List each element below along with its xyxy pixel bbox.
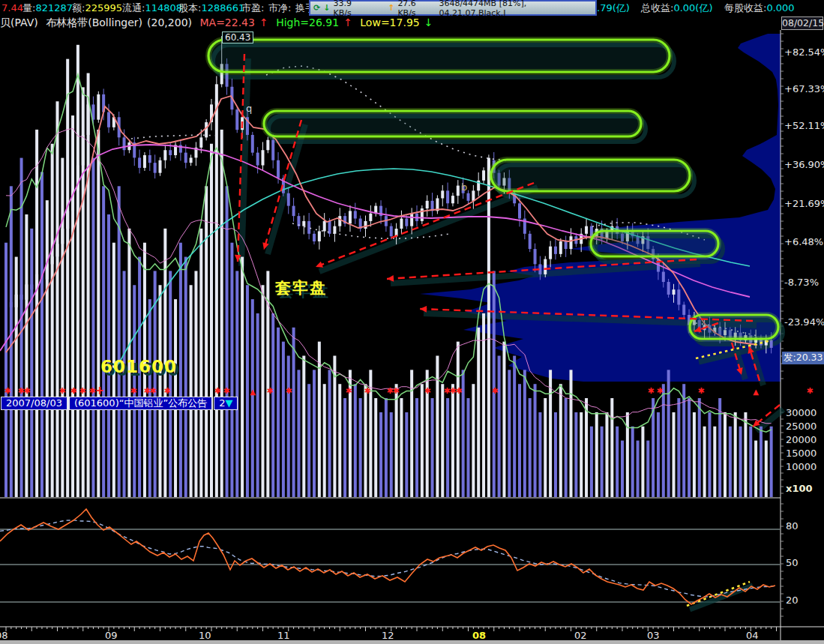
trend-arrow <box>316 183 534 267</box>
event-marker-icon: ✱ <box>23 386 30 396</box>
stock-code-label: 601600 <box>100 357 177 376</box>
month-axis-label: 08 <box>472 630 486 641</box>
month-axis-label: 09 <box>105 630 118 641</box>
volume-axis-label: 20000 <box>786 434 817 445</box>
dropdown-arrow-icon: ▼ <box>225 397 232 409</box>
event-marker-icon: ✱ <box>656 386 663 396</box>
event-marker-icon: ✱ <box>392 386 399 396</box>
price-axis-label: +36.90% <box>784 159 824 170</box>
news-date[interactable]: 2007/08/03 <box>1 397 67 410</box>
issue-price-label: 发:20.33 <box>782 352 824 364</box>
ma-value: MA=22.43 <box>199 16 254 28</box>
upload-speed: 27.6 KB/s <box>397 0 436 18</box>
price-axis-label: +67.33% <box>784 83 824 94</box>
event-marker-icon: ✱ <box>806 386 813 396</box>
download-arrow-icon: ↓ <box>323 3 330 13</box>
oscillator-axis-label: 80 <box>786 520 799 532</box>
event-marker-icon: ✱ <box>455 386 462 396</box>
event-marker-icon: ✱ <box>70 386 76 396</box>
month-axis-label: 02 <box>574 630 587 641</box>
stat-field: 总收益:0.00(亿) <box>641 0 712 16</box>
stat-field: 市净: <box>268 0 291 16</box>
price-axis-label: +52.11% <box>784 120 824 131</box>
trading-app-window: { "top_bar": { "price": "7.44", "fields"… <box>0 0 824 644</box>
price-axis-label: +21.69% <box>784 198 824 209</box>
stat-field: .79(亿) <box>597 0 630 16</box>
event-marker-icon: ✱ <box>345 386 352 396</box>
memory-usage: 3648/4474MB [81%], 04.21.07.Black.I <box>439 0 592 18</box>
stat-field: 量:821287 <box>22 0 73 16</box>
event-marker-icon: ✱ <box>163 386 170 396</box>
month-axis-label: 11 <box>277 630 290 641</box>
event-marker-icon: ✱ <box>266 386 273 396</box>
month-axis-label: 03 <box>647 630 660 641</box>
event-marker-icon: ✱ <box>285 386 292 396</box>
price-axis-label: +6.48% <box>784 236 823 247</box>
volume-axis-label: 10000 <box>786 461 817 472</box>
volume-axis-label: 15000 <box>786 448 817 459</box>
upload-arrow-icon: ↑ <box>388 3 394 13</box>
news-info-bar: 2007/08/03 (601600)“中国铝业”公布公告 2▼ <box>1 397 239 410</box>
stat-field: 市盈: <box>241 0 264 16</box>
volume-axis-label: 25000 <box>786 421 817 432</box>
event-marker-icon: ✱ <box>130 386 136 396</box>
event-marker-icon: ✱ <box>149 386 156 396</box>
oscillator-axis-label: 20 <box>786 595 799 606</box>
stat-field: 额:225995 <box>72 0 122 16</box>
event-marker-icon: ✱ <box>79 386 85 396</box>
event-marker-icon: ▲ <box>250 388 256 396</box>
indicator-name[interactable]: 布林格带(Bollinger) <box>46 16 142 28</box>
news-headline[interactable]: (601600)“中国铝业”公布公告 <box>69 397 212 410</box>
current-date-box: 08/02/15 <box>781 16 823 30</box>
event-marker-icon: ▲ <box>753 388 759 396</box>
month-axis-label: 10 <box>199 630 211 641</box>
chart-canvas[interactable]: ✱✱✱✱✱✱✱✱✱✱✱✱✱✱✱✱✱✱✱✱✱✱✱✱✱✱✱✱+▲▲ <box>0 0 824 644</box>
high-value: High=26.91 <box>276 16 339 28</box>
event-marker-icon: ✱ <box>223 386 229 396</box>
marker-letter-b: b <box>461 181 467 193</box>
marker-letter-q: q <box>246 103 252 114</box>
high-up-arrow-icon: ↑ <box>343 16 352 28</box>
stat-field: 每股收益:0.000 <box>724 0 795 16</box>
price-axis-label: -23.94% <box>784 316 824 328</box>
event-marker-icon: ✱ <box>364 386 370 396</box>
peak-price-label: 60.43 <box>222 31 253 43</box>
ma-up-arrow-icon: ↑ <box>259 16 268 28</box>
low-value: Low=17.95 <box>360 16 419 28</box>
last-price: 7.44 <box>1 0 23 16</box>
indicator-header: 贝(PAV) 布林格带(Bollinger)(20,200) MA=22.43↑… <box>0 16 780 30</box>
news-count-dropdown[interactable]: 2▼ <box>214 397 238 410</box>
trapped-positions-label: 套牢盘 <box>275 277 327 298</box>
event-marker-icon: ✱ <box>424 386 430 396</box>
volume-axis-label: 30000 <box>786 407 817 418</box>
refresh-icon: ⟳ <box>313 3 320 13</box>
event-marker-icon: ✱ <box>58 386 65 396</box>
window-bottom-edge <box>0 640 824 644</box>
event-marker-icon: ✱ <box>4 386 10 396</box>
low-down-arrow-icon: ↓ <box>424 16 433 28</box>
oscillator-axis-label: 50 <box>786 557 799 568</box>
pane-label: 贝(PAV) <box>0 16 38 28</box>
volume-unit-label: x100 <box>786 483 813 494</box>
stat-field: 股本:1288661 <box>178 0 244 16</box>
month-axis-label: 12 <box>382 630 394 641</box>
download-speed: 33.9 KB/s <box>333 0 371 18</box>
event-marker-icon: + <box>95 384 105 397</box>
event-marker-icon: ✱ <box>647 386 654 396</box>
event-marker-icon: ✱ <box>214 386 220 396</box>
network-monitor-widget[interactable]: ⟳ ↓ 33.9 KB/s ↑ 27.6 KB/s 3648/4474MB [8… <box>309 0 597 16</box>
month-axis-label: 08 <box>0 630 8 641</box>
indicator-params: (20,200) <box>147 16 192 28</box>
event-marker-icon: ✱ <box>697 386 704 396</box>
event-marker-icon: ✱ <box>491 386 498 396</box>
price-axis-label: +82.54% <box>784 46 824 58</box>
stat-field: 流通:114808 <box>122 0 182 16</box>
month-axis-label: 04 <box>746 630 759 641</box>
price-axis-label: -8.73% <box>784 277 819 288</box>
